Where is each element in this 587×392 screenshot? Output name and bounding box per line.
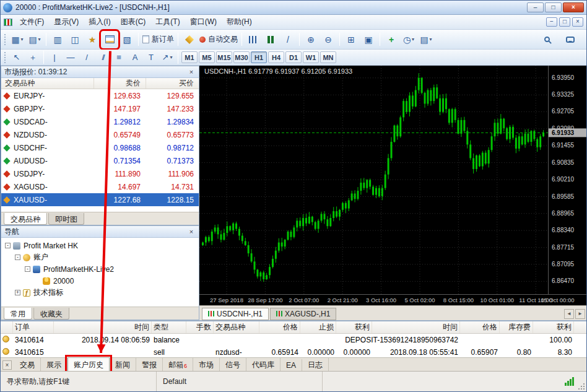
search-button[interactable] bbox=[539, 32, 555, 48]
navigator-item[interactable]: 20000 bbox=[1, 275, 199, 287]
timeframe-m5[interactable]: M5 bbox=[199, 51, 215, 63]
terminal-tab[interactable]: 信号 bbox=[220, 358, 246, 372]
periods-dropdown-button[interactable]: ◷▾ bbox=[401, 32, 417, 48]
toolbar-grip[interactable] bbox=[4, 52, 6, 63]
terminal-tab[interactable]: 新闻 bbox=[110, 358, 136, 372]
tab-common[interactable]: 常用 bbox=[4, 308, 32, 320]
history-row[interactable]: 3410615sellnzdusd-0.659140.000000.000002… bbox=[1, 346, 587, 359]
fibonacci-button[interactable]: ≡ bbox=[111, 51, 126, 64]
text-label-button[interactable]: T bbox=[144, 51, 159, 64]
terminal-column-header[interactable]: 类型 bbox=[152, 321, 186, 333]
horizontal-line-button[interactable]: — bbox=[63, 51, 78, 64]
tree-expander[interactable]: - bbox=[5, 243, 11, 248]
navigator-item[interactable]: -账户 bbox=[1, 251, 199, 263]
terminal-column-header[interactable]: 手数 bbox=[186, 321, 214, 333]
column-bid[interactable]: 卖价 bbox=[93, 78, 146, 89]
price-chart[interactable]: 6.939506.933256.927056.920806.914556.908… bbox=[199, 66, 587, 305]
terminal-column-header[interactable]: 价格 bbox=[460, 321, 500, 333]
scroll-left-button[interactable]: ◄ bbox=[564, 309, 574, 319]
market-watch-toggle-button[interactable]: ▥ bbox=[50, 32, 66, 48]
terminal-column-header[interactable]: 获利 bbox=[533, 321, 574, 333]
timeframe-m1[interactable]: M1 bbox=[181, 51, 198, 63]
market-watch-row[interactable]: USDCHF-0.986880.98712 bbox=[1, 141, 199, 154]
zoom-in-button[interactable]: ⊕ bbox=[303, 32, 319, 48]
metaeditor-button[interactable] bbox=[181, 32, 198, 48]
terminal-column-header[interactable]: 时间 bbox=[372, 321, 460, 333]
market-watch-row[interactable]: XAGUSD-14.69714.731 bbox=[1, 180, 199, 193]
strategy-tester-button[interactable]: ▧ bbox=[119, 32, 135, 48]
market-watch-row[interactable]: XAUUSD-1227.681228.15 bbox=[1, 193, 199, 206]
terminal-tab[interactable]: 邮箱6 bbox=[163, 358, 193, 372]
menu-tools[interactable]: 工具(T) bbox=[150, 15, 185, 29]
minimize-button[interactable]: – bbox=[527, 2, 544, 12]
profiles-button[interactable]: ▤▾ bbox=[27, 32, 43, 48]
market-watch-row[interactable]: AUDUSD-0.713540.71373 bbox=[1, 154, 199, 167]
chat-button[interactable] bbox=[562, 32, 578, 48]
chart-tab[interactable]: USDCNH-,H1 bbox=[202, 308, 269, 320]
terminal-close-button[interactable]: × bbox=[2, 360, 12, 370]
market-watch-row[interactable]: GBPJPY-147.197147.233 bbox=[1, 102, 199, 115]
close-button[interactable]: × bbox=[563, 2, 584, 12]
market-watch-row[interactable]: EURJPY-129.633129.655 bbox=[1, 89, 199, 102]
terminal-tab[interactable]: 展示 bbox=[41, 358, 67, 372]
terminal-tab[interactable]: 交易 bbox=[14, 358, 41, 372]
terminal-column-header[interactable]: 库存费 bbox=[500, 321, 533, 333]
terminal-column-header[interactable]: 时间 bbox=[54, 321, 152, 333]
timeframe-h1[interactable]: H1 bbox=[251, 51, 267, 63]
navigator-toggle-button[interactable]: ★ bbox=[84, 32, 100, 48]
new-order-button[interactable]: 新订单 bbox=[142, 32, 175, 48]
crosshair-button[interactable]: ＋ bbox=[25, 51, 40, 64]
tree-expander[interactable]: + bbox=[15, 290, 20, 295]
cascade-windows-button[interactable]: ▣ bbox=[360, 32, 376, 48]
terminal-tab[interactable]: 代码库 bbox=[246, 358, 280, 372]
history-row[interactable]: 34106142018.09.14 08:06:59balanceDEPOSIT… bbox=[1, 334, 587, 346]
data-window-toggle-button[interactable]: ◫ bbox=[67, 32, 83, 48]
column-symbol[interactable]: 交易品种 bbox=[1, 78, 93, 89]
market-watch-row[interactable]: NZDUSD-0.657490.65773 bbox=[1, 128, 199, 141]
chart-window-icon[interactable] bbox=[4, 19, 12, 26]
tab-symbols[interactable]: 交易品种 bbox=[4, 213, 47, 225]
timeframe-mn[interactable]: MN bbox=[320, 51, 336, 63]
scroll-right-button[interactable]: ► bbox=[575, 309, 585, 319]
tab-tick-chart[interactable]: 即时图 bbox=[48, 213, 84, 225]
menu-window[interactable]: 窗口(W) bbox=[185, 15, 222, 29]
menu-file[interactable]: 文件(F) bbox=[15, 15, 49, 29]
vertical-line-button[interactable]: | bbox=[47, 51, 62, 64]
zoom-out-button[interactable]: ⊖ bbox=[320, 32, 336, 48]
menu-charts[interactable]: 图表(C) bbox=[116, 15, 151, 29]
tree-expander[interactable]: - bbox=[15, 255, 20, 260]
terminal-tab[interactable]: 市场 bbox=[193, 358, 220, 372]
status-profile[interactable]: Default bbox=[157, 372, 323, 391]
new-chart-button[interactable]: ▦▾ bbox=[9, 32, 25, 48]
child-close-button[interactable]: × bbox=[572, 17, 583, 27]
timeframe-w1[interactable]: W1 bbox=[303, 51, 319, 63]
candlestick-chart-button[interactable] bbox=[263, 32, 279, 48]
cursor-button[interactable]: ↖ bbox=[9, 51, 24, 64]
timeframe-m30[interactable]: M30 bbox=[233, 51, 250, 63]
text-button[interactable]: A bbox=[128, 51, 142, 64]
terminal-column-header[interactable]: 交易品种 bbox=[214, 321, 259, 333]
line-chart-button[interactable]: / bbox=[280, 32, 296, 48]
market-watch-close-icon[interactable]: × bbox=[187, 68, 196, 76]
resize-grip[interactable] bbox=[583, 388, 585, 390]
tree-expander[interactable]: - bbox=[25, 266, 30, 272]
tile-windows-button[interactable]: ⊞ bbox=[343, 32, 359, 48]
bar-chart-button[interactable] bbox=[245, 32, 261, 48]
navigator-item[interactable]: +ƒ技术指标 bbox=[1, 287, 199, 298]
chart-tab[interactable]: XAGUSD-,H1 bbox=[270, 308, 336, 320]
maximize-button[interactable]: □ bbox=[545, 2, 562, 12]
terminal-toggle-button[interactable] bbox=[102, 32, 118, 48]
column-ask[interactable]: 买价 bbox=[146, 78, 199, 89]
child-restore-button[interactable]: □ bbox=[559, 17, 570, 27]
terminal-tab[interactable]: 警报 bbox=[136, 358, 163, 372]
tab-favorites[interactable]: 收藏夹 bbox=[33, 308, 69, 320]
menu-help[interactable]: 帮助(H) bbox=[222, 15, 257, 29]
menu-view[interactable]: 显示(V) bbox=[49, 15, 84, 29]
terminal-column-header[interactable]: 价格 bbox=[259, 321, 300, 333]
navigator-close-icon[interactable]: × bbox=[187, 228, 196, 235]
market-watch-row[interactable]: USDJPY-111.890111.906 bbox=[1, 167, 199, 180]
terminal-column-header[interactable]: 止损 bbox=[300, 321, 336, 333]
trendline-button[interactable]: / bbox=[79, 51, 94, 64]
arrows-button[interactable]: ↗▾ bbox=[160, 51, 175, 64]
navigator-item[interactable]: -ProfitMarketHK-Live2 bbox=[1, 263, 199, 275]
